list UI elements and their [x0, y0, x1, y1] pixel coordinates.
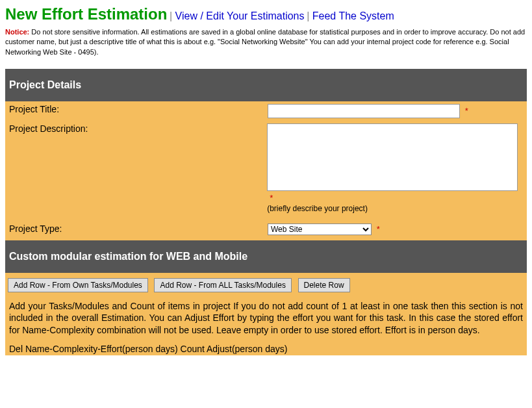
project-description-input[interactable] [267, 123, 518, 191]
page-title: New Effort Estimation [5, 5, 167, 23]
required-asterisk: * [465, 106, 468, 116]
notice-text: Notice: Do not store sensitive informati… [5, 27, 527, 57]
section-custom-estimation-header: Custom modular estimation for WEB and Mo… [5, 240, 527, 273]
col-name: Name-Complexity-Effort(person days) [25, 344, 178, 354]
project-title-input[interactable] [268, 104, 460, 118]
form-container: Project Details Project Title: * Project… [5, 69, 527, 355]
divider: | [307, 10, 312, 21]
delete-row-button[interactable]: Delete Row [298, 278, 350, 292]
required-asterisk: * [270, 193, 273, 203]
add-row-own-button[interactable]: Add Row - From Own Tasks/Modules [8, 278, 148, 292]
project-title-label: Project Title: [5, 101, 266, 117]
project-details-body: Project Title: * Project Description: * … [5, 101, 527, 240]
instructions-text: Add your Tasks/Modules and Count of item… [5, 298, 527, 338]
button-row: Add Row - From Own Tasks/Modules Add Row… [5, 273, 527, 298]
view-edit-link[interactable]: View / Edit Your Estimations [175, 10, 305, 21]
section-project-details-header: Project Details [5, 69, 527, 101]
project-type-select[interactable]: Web Site [268, 223, 372, 235]
divider: | [170, 10, 175, 21]
add-row-all-button[interactable]: Add Row - From ALL Tasks/Modules [154, 278, 291, 292]
feed-system-link[interactable]: Feed The System [312, 10, 394, 21]
required-asterisk: * [377, 224, 380, 234]
page-header: New Effort Estimation | View / Edit Your… [5, 5, 527, 23]
col-count: Count [181, 344, 205, 354]
notice-body: Do not store sensitive information. All … [5, 28, 525, 56]
project-type-label: Project Type: [5, 221, 266, 236]
description-hint: (briefly describe your project) [267, 203, 526, 213]
custom-estimation-body: Add Row - From Own Tasks/Modules Add Row… [5, 273, 527, 355]
col-del: Del [9, 344, 23, 354]
col-adjust: Adjust(person days) [207, 344, 288, 354]
project-description-label: Project Description: [5, 121, 266, 136]
column-headers: Del Name-Complexity-Effort(person days) … [5, 338, 527, 355]
notice-label: Notice: [5, 28, 29, 36]
